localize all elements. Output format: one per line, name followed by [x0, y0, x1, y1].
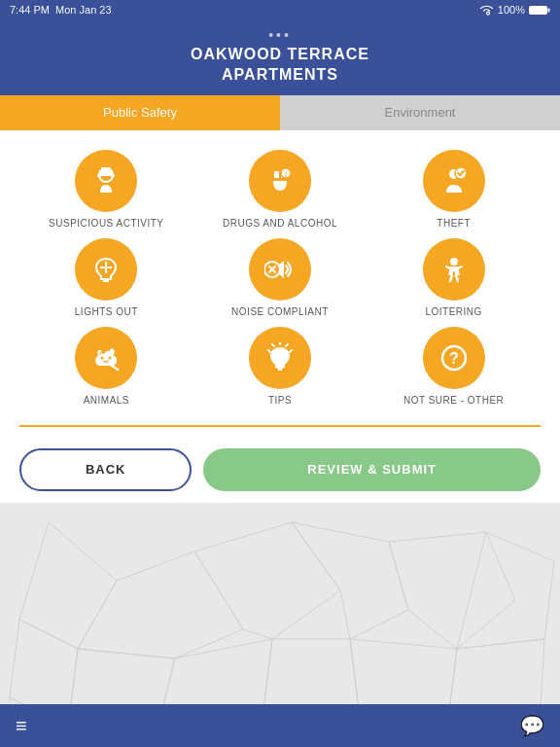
loitering-icon-circle	[423, 238, 485, 301]
loitering-icon	[438, 254, 470, 285]
noise-compliant-icon-circle	[249, 238, 311, 301]
theft-label: THEFT	[437, 218, 471, 229]
category-lights-out[interactable]: LIGHTS OUT	[19, 238, 193, 317]
svg-point-25	[101, 356, 104, 359]
svg-line-31	[290, 350, 292, 352]
svg-rect-8	[101, 167, 111, 171]
header-dots: •••	[10, 27, 550, 43]
svg-rect-0	[529, 6, 547, 15]
battery-indicator: 100%	[498, 4, 525, 16]
animals-icon-circle	[75, 327, 137, 389]
category-loitering[interactable]: LOITERING	[367, 238, 541, 317]
app-title: OAKWOOD TERRACE APARTMENTS	[10, 45, 550, 86]
svg-rect-9	[274, 171, 279, 179]
theft-icon-circle	[423, 150, 485, 212]
svg-rect-1	[548, 8, 550, 12]
category-theft[interactable]: THEFT	[367, 150, 541, 229]
svg-text:?: ?	[449, 350, 459, 367]
menu-icon[interactable]: ≡	[16, 715, 27, 737]
suspicious-activity-icon-circle	[75, 150, 137, 212]
category-drugs-alcohol[interactable]: ! DRUGS AND ALCOHOL	[193, 150, 368, 229]
category-suspicious-activity[interactable]: SUSPICIOUS ACTIVITY	[19, 150, 193, 229]
lights-out-icon-circle	[75, 238, 137, 301]
theft-icon	[438, 165, 470, 196]
review-submit-button[interactable]: REVIEW & SUBMIT	[203, 448, 541, 491]
tips-icon	[264, 342, 296, 374]
svg-line-30	[286, 344, 288, 346]
bottom-navigation-bar: ≡ 💬	[0, 704, 560, 747]
grid-divider	[19, 425, 541, 427]
tab-bar: Public Safety Environment	[0, 95, 560, 130]
svg-line-33	[268, 350, 270, 352]
app-header: ••• OAKWOOD TERRACE APARTMENTS	[0, 19, 560, 95]
tips-label: TIPS	[268, 395, 292, 406]
category-animals[interactable]: ANIMALS	[19, 327, 193, 406]
action-buttons: BACK REVIEW & SUBMIT	[0, 437, 560, 503]
wifi-icon	[479, 4, 494, 16]
drugs-alcohol-icon-circle: !	[249, 150, 311, 212]
lights-out-label: LIGHTS OUT	[75, 306, 138, 317]
category-grid-container: SUSPICIOUS ACTIVITY ! DRUGS AND ALCOHOL	[0, 130, 560, 437]
category-noise-compliant[interactable]: NOISE COMPLIANT	[193, 238, 368, 317]
svg-point-26	[109, 356, 112, 359]
not-sure-label: NOT SURE - OTHER	[403, 395, 504, 406]
svg-rect-4	[111, 174, 115, 177]
status-bar: 7:44 PM Mon Jan 23 100%	[0, 0, 560, 19]
svg-point-24	[450, 258, 458, 266]
tab-public-safety[interactable]: Public Safety	[0, 95, 280, 130]
svg-rect-3	[97, 174, 101, 177]
suspicious-activity-label: SUSPICIOUS ACTIVITY	[49, 218, 163, 229]
drugs-icon: !	[264, 165, 296, 196]
loitering-label: LOITERING	[425, 306, 481, 317]
category-tips[interactable]: TIPS	[193, 327, 368, 406]
status-time-date: 7:44 PM Mon Jan 23	[10, 4, 112, 16]
category-grid: SUSPICIOUS ACTIVITY ! DRUGS AND ALCOHOL	[19, 140, 541, 415]
chat-icon[interactable]: 💬	[520, 714, 544, 737]
svg-rect-5	[101, 174, 111, 176]
spy-icon	[90, 165, 122, 196]
lightbulb-icon	[90, 254, 122, 285]
tab-environment[interactable]: Environment	[280, 95, 560, 130]
category-not-sure[interactable]: ? NOT SURE - OTHER	[367, 327, 541, 406]
noise-compliant-label: NOISE COMPLIANT	[231, 306, 329, 317]
not-sure-icon-circle: ?	[423, 327, 485, 389]
back-button[interactable]: BACK	[19, 448, 192, 491]
status-indicators: 100%	[479, 4, 550, 16]
noise-icon	[264, 254, 296, 285]
svg-text:!: !	[285, 170, 288, 179]
animals-label: ANIMALS	[84, 395, 129, 406]
tips-icon-circle	[249, 327, 311, 389]
drugs-alcohol-label: DRUGS AND ALCOHOL	[223, 218, 337, 229]
question-icon: ?	[438, 342, 470, 374]
svg-line-32	[272, 344, 274, 346]
battery-icon	[529, 5, 550, 16]
animals-icon	[90, 342, 122, 374]
